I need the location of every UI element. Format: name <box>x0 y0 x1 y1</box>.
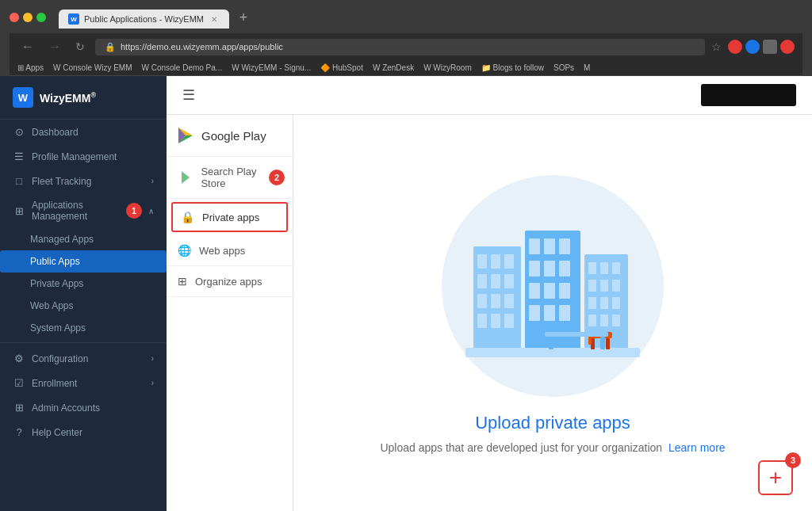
extension-icon-2 <box>745 40 760 54</box>
fleet-icon: □ <box>13 175 25 187</box>
svg-rect-34 <box>588 297 596 309</box>
upload-description: Upload apps that are developed just for … <box>380 441 725 454</box>
bookmark-gmail[interactable]: M <box>584 63 590 72</box>
svg-rect-19 <box>544 261 555 276</box>
sidebar-item-fleet[interactable]: □ Fleet Tracking › <box>0 169 167 193</box>
url-bar[interactable]: 🔒 https://demo.eu.wizyemm.app/apps/publi… <box>95 39 705 55</box>
svg-rect-7 <box>504 274 514 288</box>
svg-rect-30 <box>612 262 620 274</box>
bookmark-sops[interactable]: SOPs <box>553 63 574 72</box>
apps-mgmt-icon: ⊞ <box>13 205 25 217</box>
play-menu-private[interactable]: 🔒 Private apps <box>171 202 288 232</box>
svg-rect-16 <box>544 238 555 254</box>
minimize-button[interactable] <box>23 13 33 22</box>
bookmark-icon[interactable]: ☆ <box>711 40 722 53</box>
svg-rect-21 <box>529 283 540 299</box>
svg-rect-5 <box>477 274 487 288</box>
svg-rect-39 <box>612 315 620 326</box>
sidebar-subitem-public-apps[interactable]: Public Apps <box>0 250 167 273</box>
help-icon: ? <box>13 426 25 438</box>
sidebar-item-apps-mgmt[interactable]: ⊞ Applications Management 1 ∧ <box>0 193 167 228</box>
svg-rect-8 <box>477 294 487 308</box>
svg-rect-20 <box>559 261 570 276</box>
enrollment-chevron-icon: › <box>151 379 154 387</box>
sidebar-subitem-web-apps[interactable]: Web Apps <box>0 295 167 317</box>
upload-title: Upload private apps <box>475 413 630 433</box>
refresh-button[interactable]: ↻ <box>71 38 89 55</box>
bookmark-wizyemm[interactable]: W WizyEMM - Signu... <box>232 63 311 72</box>
svg-rect-3 <box>491 254 500 269</box>
sidebar-item-admin[interactable]: ⊞ Admin Accounts <box>0 395 167 420</box>
maximize-button[interactable] <box>36 13 46 22</box>
sidebar-item-config[interactable]: ⚙ Configuration › <box>0 346 167 371</box>
play-menu-web[interactable]: 🌐 Web apps <box>167 235 293 266</box>
svg-rect-36 <box>612 297 620 309</box>
extension-icon-3 <box>763 40 777 54</box>
active-tab[interactable]: W Public Applications - WizyEMM ✕ <box>59 10 229 29</box>
play-menu-search[interactable]: Search Play Store 2 <box>167 157 293 199</box>
bookmark-console[interactable]: W Console Demo Pa... <box>141 63 222 72</box>
svg-rect-37 <box>588 315 596 326</box>
close-button[interactable] <box>10 13 19 22</box>
sidebar-label-fleet: Fleet Tracking <box>32 176 145 187</box>
play-menu-web-label: Web apps <box>199 245 245 257</box>
enrollment-icon: ☑ <box>13 377 25 389</box>
add-app-fab-button[interactable]: + 3 <box>758 460 793 495</box>
svg-rect-32 <box>600 280 608 292</box>
play-menu-private-label: Private apps <box>202 212 259 223</box>
logo-icon: W <box>13 87 33 108</box>
web-apps-icon: 🌐 <box>178 244 191 257</box>
sidebar-item-enrollment[interactable]: ☑ Enrollment › <box>0 371 167 395</box>
sidebar-subitem-private-apps[interactable]: Private Apps <box>0 273 167 295</box>
bookmark-blogs[interactable]: 📁 Blogs to follow <box>481 63 544 72</box>
sidebar-item-profile[interactable]: ☰ Profile Management <box>0 144 167 169</box>
back-button[interactable]: ← <box>17 37 38 56</box>
tab-title: Public Applications - WizyEMM <box>84 14 204 24</box>
sidebar-item-dashboard[interactable]: ⊙ Dashboard <box>0 120 167 144</box>
illustration-circle <box>442 175 664 397</box>
svg-rect-25 <box>544 305 555 321</box>
private-apps-icon: 🔒 <box>181 211 194 223</box>
extension-icon-4 <box>780 40 795 54</box>
sidebar-item-help[interactable]: ? Help Center <box>0 420 167 444</box>
svg-rect-43 <box>606 338 610 349</box>
svg-rect-28 <box>588 262 596 274</box>
sidebar-subitem-system-apps[interactable]: System Apps <box>0 317 167 339</box>
user-menu-area[interactable] <box>701 84 796 106</box>
svg-rect-26 <box>559 305 570 321</box>
svg-rect-13 <box>504 314 514 328</box>
logo-trademark: ® <box>90 91 96 99</box>
bookmark-wizyroom[interactable]: W WizyRoom <box>423 63 472 72</box>
profile-icon: ☰ <box>13 151 25 162</box>
svg-rect-12 <box>491 314 500 328</box>
extension-icon-1 <box>728 40 742 54</box>
svg-rect-38 <box>600 315 608 326</box>
plus-icon: + <box>769 467 782 489</box>
forward-button[interactable]: → <box>44 37 65 56</box>
step-3-badge: 3 <box>785 452 801 468</box>
svg-rect-15 <box>529 238 540 254</box>
play-menu-organize[interactable]: ⊞ Organize apps <box>167 266 293 297</box>
svg-rect-22 <box>544 283 555 299</box>
svg-rect-29 <box>600 262 608 274</box>
sidebar-subitem-managed-apps[interactable]: Managed Apps <box>0 228 167 250</box>
svg-rect-18 <box>529 261 540 276</box>
google-play-panel: Google Play Search Play Store 2 🔒 Privat… <box>167 115 293 511</box>
svg-rect-23 <box>559 283 570 299</box>
new-tab-button[interactable]: + <box>232 6 255 29</box>
bookmark-wizy[interactable]: W Console Wizy EMM <box>53 63 132 72</box>
bookmark-apps[interactable]: ⊞ Apps <box>17 63 44 72</box>
step-1-badge: 1 <box>126 203 142 219</box>
svg-rect-45 <box>545 332 608 337</box>
tab-close-button[interactable]: ✕ <box>209 13 220 25</box>
learn-more-link[interactable]: Learn more <box>668 441 726 454</box>
upload-area: Upload private apps Upload apps that are… <box>293 115 812 511</box>
google-play-logo-icon <box>176 126 195 145</box>
bookmark-hubspot[interactable]: 🔶 HubSpot <box>320 63 363 72</box>
hamburger-menu-icon[interactable]: ☰ <box>182 86 195 104</box>
logo-text: WizyEMM® <box>40 91 96 105</box>
step-2-badge: 2 <box>269 170 285 185</box>
bookmark-zendesk[interactable]: W ZenDesk <box>373 63 414 72</box>
svg-rect-9 <box>491 294 500 308</box>
sidebar-label-profile: Profile Management <box>32 151 154 162</box>
